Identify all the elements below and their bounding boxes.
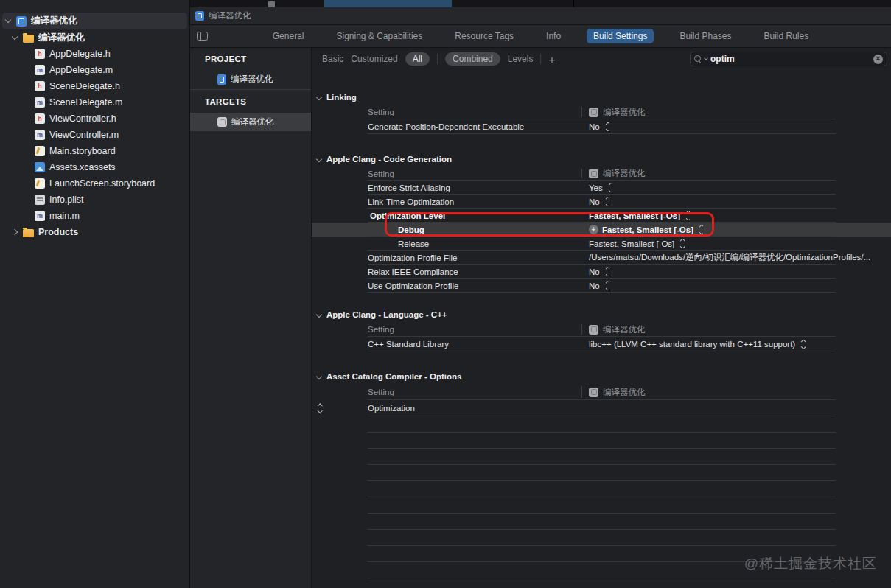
setting-value[interactable]: /Users/matsu/Downloads/逆向/初识汇编/编译器优化/Opt… — [589, 252, 870, 263]
section-title: Linking — [326, 93, 357, 102]
search-scope-chevron-icon[interactable] — [704, 56, 708, 60]
panel-toggle-icon[interactable] — [197, 32, 208, 41]
tab-resource-tags[interactable]: Resource Tags — [448, 29, 520, 43]
editor-tab-icon — [268, 1, 275, 7]
setting-value-text: Yes — [589, 183, 603, 192]
setting-name: Optimization Profile File — [368, 253, 457, 262]
section-header-3[interactable]: Apple Clang - Language - C++ — [312, 307, 891, 322]
section-header-4[interactable]: Asset Catalog Compiler - Options — [312, 369, 891, 384]
setting-row[interactable]: C++ Standard Librarylibc++ (LLVM C++ sta… — [312, 337, 891, 351]
filter-customized[interactable]: Customized — [351, 54, 397, 64]
disclosure-chevron-icon[interactable] — [5, 17, 11, 23]
navigator-file-row[interactable]: mmain.m — [0, 208, 189, 224]
navigator-file-row[interactable]: Info.plist — [0, 192, 189, 208]
value-stepper-icon[interactable] — [700, 225, 704, 234]
search-input[interactable] — [710, 54, 873, 64]
filter-all[interactable]: All — [405, 52, 430, 66]
filter-levels[interactable]: Levels — [508, 54, 534, 64]
setting-value[interactable]: No — [589, 197, 609, 206]
column-divider — [581, 386, 582, 398]
clear-search-icon[interactable]: × — [873, 55, 883, 64]
navigator-file-row[interactable]: mSceneDelegate.m — [0, 94, 189, 111]
plus-circle-icon[interactable]: + — [589, 225, 598, 234]
tab-build-phases[interactable]: Build Phases — [673, 29, 738, 43]
disclosure-chevron-icon[interactable] — [12, 229, 18, 235]
gutter-stepper-icon[interactable] — [318, 405, 322, 413]
section-chevron-icon[interactable] — [316, 312, 322, 318]
tab-info[interactable]: Info — [539, 29, 567, 43]
add-setting-button[interactable]: + — [548, 53, 555, 66]
active-editor-tab[interactable] — [324, 0, 452, 7]
navigator-file-row[interactable]: mAppDelegate.m — [0, 62, 189, 78]
project-navigator: 编译器优化 编译器优化 hAppDelegate.hmAppDelegate.m… — [0, 7, 190, 588]
target-item[interactable]: 编译器优化 — [190, 113, 311, 131]
disclosure-chevron-icon[interactable] — [12, 33, 18, 39]
setting-value-text: Fastest, Smallest [-Os] — [589, 211, 680, 220]
section-header-2[interactable]: Apple Clang - Code Generation — [312, 152, 891, 167]
navigator-file-row[interactable]: hViewController.h — [0, 111, 189, 127]
jump-bar[interactable]: 编译器优化 — [190, 7, 891, 25]
value-stepper-icon[interactable] — [609, 183, 613, 192]
setting-column-label: Setting — [368, 388, 394, 396]
setting-row[interactable]: Enforce Strict AliasingYes — [312, 181, 891, 195]
filter-combined[interactable]: Combined — [445, 52, 500, 66]
empty-row — [312, 497, 891, 514]
targets-header: TARGETS — [190, 91, 311, 113]
tab-build-rules[interactable]: Build Rules — [758, 29, 816, 43]
setting-value[interactable]: Fastest, Smallest [-Os] — [589, 239, 685, 248]
setting-row[interactable]: Optimization LevelFastest, Smallest [-Os… — [312, 209, 891, 223]
navigator-group-row[interactable]: 编译器优化 — [0, 29, 189, 46]
setting-row[interactable]: Use Optimization ProfileNo — [312, 279, 891, 293]
value-stepper-icon[interactable] — [607, 281, 610, 290]
empty-row — [312, 481, 891, 497]
tab-signing-capabilities[interactable]: Signing & Capabilities — [329, 29, 429, 43]
section-chevron-icon[interactable] — [316, 156, 322, 162]
setting-row[interactable]: Debug+Fastest, Smallest [-Os] — [312, 223, 891, 237]
setting-value[interactable]: Yes — [589, 183, 612, 192]
tab-general[interactable]: General — [266, 29, 311, 43]
section-chevron-icon[interactable] — [316, 94, 322, 100]
setting-row[interactable]: Optimization — [312, 400, 891, 416]
empty-row — [312, 465, 891, 481]
value-stepper-icon[interactable] — [607, 123, 610, 131]
xcodeproj-icon — [217, 74, 226, 85]
setting-value[interactable]: libc++ (LLVM C++ standard library with C… — [589, 340, 806, 349]
project-item[interactable]: 编译器优化 — [190, 70, 311, 88]
setting-value[interactable]: No — [589, 267, 609, 276]
navigator-file-row[interactable]: Assets.xcassets — [0, 159, 189, 175]
filter-divider — [540, 54, 541, 64]
setting-row[interactable]: Relax IEEE ComplianceNo — [312, 265, 891, 279]
value-stepper-icon[interactable] — [802, 340, 806, 349]
xcode-window: 编译器优化 编译器优化 hAppDelegate.hmAppDelegate.m… — [0, 0, 891, 588]
section-header-1[interactable]: Linking — [312, 90, 891, 105]
navigator-file-row[interactable]: hAppDelegate.h — [0, 46, 189, 62]
setting-value[interactable]: +Fastest, Smallest [-Os] — [589, 225, 703, 234]
navigator-file-row[interactable]: LaunchScreen.storyboard — [0, 175, 189, 192]
setting-value[interactable]: No — [589, 281, 609, 290]
file-row-label: Info.plist — [49, 195, 84, 205]
setting-value[interactable]: No — [589, 122, 609, 131]
value-stepper-icon[interactable] — [607, 197, 610, 206]
navigator-file-row[interactable]: hSceneDelegate.h — [0, 78, 189, 94]
navigator-file-row[interactable]: mViewController.m — [0, 127, 189, 143]
file-row-label: AppDelegate.h — [49, 49, 111, 59]
setting-row[interactable]: Link-Time OptimizationNo — [312, 195, 891, 209]
settings-search-field[interactable]: × — [690, 52, 887, 66]
navigator-project-row[interactable]: 编译器优化 — [2, 13, 187, 29]
setting-row[interactable]: Optimization Profile File/Users/matsu/Do… — [312, 251, 891, 265]
tab-build-settings[interactable]: Build Settings — [587, 29, 654, 43]
setting-row[interactable]: ReleaseFastest, Smallest [-Os] — [312, 237, 891, 251]
settings-column-header: Setting编译器优化 — [312, 105, 891, 119]
navigator-file-row[interactable]: Main.storyboard — [0, 143, 189, 159]
navigator-products-row[interactable]: Products — [0, 224, 189, 240]
setting-row[interactable]: Generate Position-Dependent ExecutableNo — [312, 119, 891, 134]
filter-divider — [437, 54, 438, 64]
project-item-label: 编译器优化 — [231, 74, 273, 85]
section-chevron-icon[interactable] — [316, 374, 322, 379]
setting-value[interactable]: Fastest, Smallest [-Os] — [589, 211, 690, 220]
value-stepper-icon[interactable] — [681, 239, 685, 248]
filter-basic[interactable]: Basic — [322, 54, 343, 64]
value-stepper-icon[interactable] — [687, 211, 691, 220]
value-stepper-icon[interactable] — [607, 267, 610, 276]
jump-bar-label: 编译器优化 — [209, 10, 251, 21]
